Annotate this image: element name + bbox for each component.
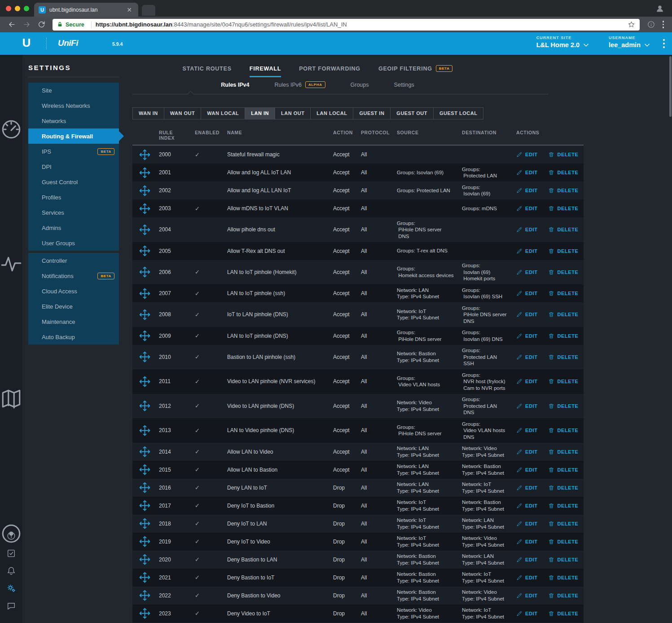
sidebar-item-cloud-access[interactable]: Cloud Access — [28, 283, 119, 299]
delete-button[interactable]: DELETE — [548, 403, 578, 409]
sidebar-item-maintenance[interactable]: Maintenance — [28, 314, 119, 329]
edit-button[interactable]: EDIT — [516, 205, 537, 212]
delete-button[interactable]: DELETE — [548, 269, 578, 275]
delete-button[interactable]: DELETE — [548, 467, 578, 473]
delete-button[interactable]: DELETE — [548, 557, 578, 563]
delete-button[interactable]: DELETE — [548, 449, 578, 455]
edit-button[interactable]: EDIT — [516, 592, 537, 599]
sidebar-item-dpi[interactable]: DPI — [28, 159, 119, 174]
edit-button[interactable]: EDIT — [516, 539, 537, 545]
drag-handle[interactable] — [132, 308, 151, 321]
drag-handle[interactable] — [132, 481, 151, 494]
ruleset-tab-wan-in[interactable]: WAN IN — [132, 107, 164, 119]
edit-button[interactable]: EDIT — [516, 485, 537, 491]
drag-handle[interactable] — [132, 571, 151, 584]
edit-button[interactable]: EDIT — [516, 503, 537, 509]
alerts-icon[interactable] — [6, 566, 16, 576]
back-icon[interactable] — [8, 20, 16, 29]
drag-handle[interactable] — [132, 223, 151, 236]
delete-button[interactable]: DELETE — [548, 151, 578, 158]
bookmark-star-icon[interactable] — [628, 21, 635, 28]
drag-handle[interactable] — [132, 184, 151, 197]
edit-button[interactable]: EDIT — [516, 354, 537, 360]
edit-button[interactable]: EDIT — [516, 467, 537, 473]
info-icon[interactable] — [6, 531, 16, 541]
tab-static-routes[interactable]: STATIC ROUTES — [183, 65, 232, 77]
subtab-rules-ipv4[interactable]: Rules IPv4 — [221, 81, 249, 88]
delete-button[interactable]: DELETE — [548, 333, 578, 339]
ruleset-tab-guest-out[interactable]: GUEST OUT — [391, 107, 434, 119]
edit-button[interactable]: EDIT — [516, 521, 537, 527]
new-tab-button[interactable] — [142, 5, 155, 16]
sidebar-item-notifications[interactable]: NotificationsBETA — [28, 268, 119, 283]
delete-button[interactable]: DELETE — [548, 290, 578, 296]
edit-button[interactable]: EDIT — [516, 610, 537, 617]
edit-button[interactable]: EDIT — [516, 269, 537, 275]
sidebar-item-profiles[interactable]: Profiles — [28, 190, 119, 205]
delete-button[interactable]: DELETE — [548, 354, 578, 360]
sidebar-item-networks[interactable]: Networks — [28, 113, 119, 128]
edit-button[interactable]: EDIT — [516, 574, 537, 581]
browser-tab[interactable]: U ubnt.bigdinosaur.lan ✕ — [34, 3, 138, 17]
sidebar-item-ips[interactable]: IPSBETA — [28, 144, 119, 159]
window-maximize-button[interactable] — [24, 6, 29, 11]
chat-icon[interactable] — [6, 601, 16, 611]
drag-handle[interactable] — [132, 589, 151, 602]
edit-button[interactable]: EDIT — [516, 290, 537, 296]
drag-handle[interactable] — [132, 166, 151, 179]
drag-handle[interactable] — [132, 399, 151, 412]
delete-button[interactable]: DELETE — [548, 539, 578, 545]
edit-button[interactable]: EDIT — [516, 333, 537, 339]
edit-button[interactable]: EDIT — [516, 557, 537, 563]
drag-handle[interactable] — [132, 517, 151, 530]
drag-handle[interactable] — [132, 202, 151, 215]
window-minimize-button[interactable] — [15, 6, 20, 11]
window-close-button[interactable] — [6, 6, 11, 11]
settings-icon[interactable] — [6, 583, 16, 593]
map-icon[interactable] — [0, 331, 22, 466]
drag-handle[interactable] — [132, 499, 151, 512]
drag-handle[interactable] — [132, 424, 151, 437]
subtab-settings[interactable]: Settings — [394, 81, 414, 88]
drag-handle[interactable] — [132, 375, 151, 388]
browser-profile-avatar-icon[interactable] — [655, 4, 665, 13]
drag-handle[interactable] — [132, 350, 151, 363]
edit-button[interactable]: EDIT — [516, 248, 537, 254]
events-icon[interactable] — [6, 548, 16, 558]
browser-info-icon[interactable] — [647, 20, 655, 29]
delete-button[interactable]: DELETE — [548, 521, 578, 527]
header-menu-icon[interactable] — [662, 38, 666, 49]
forward-icon[interactable] — [22, 20, 31, 29]
sidebar-item-wireless-networks[interactable]: Wireless Networks — [28, 98, 119, 113]
delete-button[interactable]: DELETE — [548, 485, 578, 491]
edit-button[interactable]: EDIT — [516, 449, 537, 455]
ruleset-tab-wan-local[interactable]: WAN LOCAL — [201, 107, 245, 119]
drag-handle[interactable] — [132, 607, 151, 620]
subtab-groups[interactable]: Groups — [351, 81, 369, 88]
drag-handle[interactable] — [132, 445, 151, 458]
delete-button[interactable]: DELETE — [548, 311, 578, 318]
delete-button[interactable]: DELETE — [548, 187, 578, 194]
delete-button[interactable]: DELETE — [548, 226, 578, 233]
edit-button[interactable]: EDIT — [516, 226, 537, 233]
sidebar-item-site[interactable]: Site — [28, 83, 119, 98]
ruleset-tab-lan-in[interactable]: LAN IN — [245, 107, 275, 119]
ruleset-tab-guest-local[interactable]: GUEST LOCAL — [434, 107, 483, 119]
tab-firewall[interactable]: FIREWALL — [250, 65, 281, 77]
reload-icon[interactable] — [37, 20, 46, 29]
browser-menu-icon[interactable] — [659, 21, 668, 28]
url-bar[interactable]: Secure https://ubnt.bigdinosaur.lan:8443… — [53, 19, 640, 31]
delete-button[interactable]: DELETE — [548, 378, 578, 384]
delete-button[interactable]: DELETE — [548, 205, 578, 212]
delete-button[interactable]: DELETE — [548, 248, 578, 254]
ruleset-tab-wan-out[interactable]: WAN OUT — [164, 107, 201, 119]
tab-port-forwarding[interactable]: PORT FORWARDING — [299, 65, 360, 77]
drag-handle[interactable] — [132, 148, 151, 161]
edit-button[interactable]: EDIT — [516, 403, 537, 409]
drag-handle[interactable] — [132, 329, 151, 342]
delete-button[interactable]: DELETE — [548, 169, 578, 176]
sidebar-item-elite-device[interactable]: Elite Device — [28, 299, 119, 314]
delete-button[interactable]: DELETE — [548, 610, 578, 617]
current-site-selector[interactable]: CURRENT SITE L&L Home 2.0 — [536, 35, 589, 49]
sidebar-item-services[interactable]: Services — [28, 205, 119, 220]
